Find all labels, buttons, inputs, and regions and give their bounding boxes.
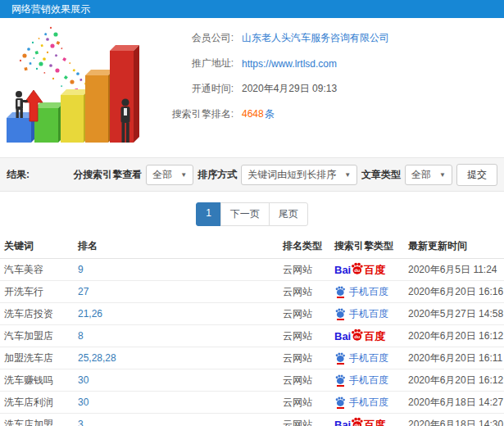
engine-cell: Baidu百度 bbox=[330, 261, 404, 278]
keyword-cell: 洗车店投资 bbox=[0, 307, 74, 321]
rank-unit: 条 bbox=[265, 108, 275, 120]
rank-cell: 3 bbox=[74, 419, 279, 426]
baidu-paw-icon bbox=[334, 307, 346, 319]
rank-cell: 8 bbox=[74, 330, 279, 342]
bar-chart-illustration bbox=[0, 21, 152, 154]
updated-time-cell: 2020年6月18日 14:30 bbox=[404, 418, 504, 426]
rank-type-cell: 云网站 bbox=[279, 351, 330, 365]
chevron-down-icon: ▼ bbox=[344, 171, 351, 179]
open-time-value: 2020年4月29日 09:13 bbox=[242, 82, 337, 96]
engine-cell: 手机百度 bbox=[330, 307, 404, 321]
table-row: 洗车赚钱吗30云网站手机百度2020年6月20日 16:12 bbox=[0, 369, 504, 392]
baidu-paw-icon: du bbox=[350, 261, 364, 275]
baidu-paw-icon bbox=[334, 351, 346, 363]
paw-underline bbox=[337, 297, 344, 298]
sort-select[interactable]: 关键词由短到长排序 ▼ bbox=[241, 165, 357, 185]
rank-type-cell: 云网站 bbox=[279, 285, 330, 299]
engine-cell: Baidu百度 bbox=[330, 328, 404, 344]
rank-cell: 30 bbox=[74, 397, 279, 408]
rank-type-cell: 云网站 bbox=[279, 396, 330, 410]
rank-cell: 25,28,28 bbox=[74, 352, 279, 364]
info-section: 会员公司: 山东老人头汽车服务咨询有限公司 推广地址: https://www.… bbox=[0, 18, 504, 157]
info-list: 会员公司: 山东老人头汽车服务咨询有限公司 推广地址: https://www.… bbox=[152, 18, 504, 157]
baidu-logo: Baidu百度 bbox=[334, 328, 385, 344]
promo-url-link[interactable]: https://www.lrtlsd.com bbox=[242, 58, 337, 70]
filter-bar: 结果: 分搜索引擎查看 全部 ▼ 排序方式 关键词由短到长排序 ▼ 文章类型 全… bbox=[0, 157, 504, 192]
engine-filter-select[interactable]: 全部 ▼ bbox=[146, 165, 193, 185]
baidu-paw-icon bbox=[334, 396, 346, 407]
svg-text:du: du bbox=[355, 423, 361, 426]
result-label: 结果: bbox=[7, 168, 30, 182]
info-row-open-time: 开通时间: 2020年4月29日 09:13 bbox=[152, 82, 504, 96]
keyword-cell: 洗车赚钱吗 bbox=[0, 374, 74, 387]
rank-cell: 9 bbox=[74, 264, 279, 275]
keyword-cell: 汽车加盟店 bbox=[0, 329, 74, 343]
page-link[interactable]: 尾页 bbox=[269, 202, 308, 226]
rank-type-cell: 云网站 bbox=[279, 374, 330, 387]
info-row-member: 会员公司: 山东老人头汽车服务咨询有限公司 bbox=[152, 31, 504, 45]
table-header: 关键词排名排名类型搜索引擎类型最新更新时间 bbox=[0, 233, 504, 259]
baidu-mobile-logo: 手机百度 bbox=[334, 396, 388, 409]
engine-cell: Baidu百度 bbox=[330, 416, 404, 426]
article-type-select[interactable]: 全部 ▼ bbox=[405, 165, 452, 185]
paw-underline bbox=[337, 385, 344, 387]
rank-type-cell: 云网站 bbox=[279, 418, 330, 426]
submit-button[interactable]: 提交 bbox=[456, 164, 497, 186]
engine-cell: 手机百度 bbox=[330, 374, 404, 387]
pagination: 1下一页尾页 bbox=[0, 202, 504, 226]
baidu-logo: Baidu百度 bbox=[334, 261, 385, 278]
open-time-label: 开通时间: bbox=[152, 82, 234, 96]
table-row: 汽车加盟店8云网站Baidu百度2020年6月20日 16:12 bbox=[0, 325, 504, 347]
keyword-cell: 加盟洗车店 bbox=[0, 351, 74, 365]
sort-label: 排序方式 bbox=[198, 168, 237, 182]
chevron-down-icon: ▼ bbox=[180, 171, 187, 179]
table-row: 汽车美容9云网站Baidu百度2020年6月5日 11:24 bbox=[0, 259, 504, 281]
updated-time-cell: 2020年6月20日 16:12 bbox=[404, 329, 504, 343]
rank-type-cell: 云网站 bbox=[279, 263, 330, 277]
updated-time-cell: 2020年6月20日 16:11 bbox=[404, 351, 504, 365]
engine-cell: 手机百度 bbox=[330, 396, 404, 410]
member-company-link[interactable]: 山东老人头汽车服务咨询有限公司 bbox=[242, 31, 389, 45]
updated-time-cell: 2020年6月18日 14:27 bbox=[404, 396, 504, 410]
engine-cell: 手机百度 bbox=[330, 285, 404, 299]
table-row: 洗车店利润30云网站手机百度2020年6月18日 14:27 bbox=[0, 392, 504, 414]
rank-cell: 27 bbox=[74, 286, 279, 297]
column-header: 最新更新时间 bbox=[404, 239, 504, 253]
member-label: 会员公司: bbox=[152, 31, 234, 45]
page-title: 网络营销效果展示 bbox=[11, 2, 90, 16]
info-row-url: 推广地址: https://www.lrtlsd.com bbox=[152, 57, 504, 70]
engine-filter-value: 全部 bbox=[152, 168, 172, 182]
table-row: 加盟洗车店25,28,28云网站手机百度2020年6月20日 16:11 bbox=[0, 347, 504, 369]
paw-underline bbox=[337, 407, 344, 409]
paw-underline bbox=[337, 319, 344, 320]
rank-cell: 21,26 bbox=[74, 308, 279, 320]
column-header: 关键词 bbox=[0, 239, 74, 253]
baidu-mobile-logo: 手机百度 bbox=[334, 374, 388, 387]
chevron-down-icon: ▼ bbox=[439, 171, 446, 179]
baidu-logo: Baidu百度 bbox=[334, 416, 385, 426]
baidu-paw-icon: du bbox=[350, 328, 364, 342]
table-row: 洗车店投资21,26云网站手机百度2020年5月27日 14:58 bbox=[0, 303, 504, 325]
engine-rank-value: 4648条 bbox=[242, 107, 275, 121]
confetti-group bbox=[20, 27, 88, 92]
info-row-rank: 搜索引擎排名: 4648条 bbox=[152, 107, 504, 121]
rank-cell: 30 bbox=[74, 374, 279, 386]
baidu-mobile-logo: 手机百度 bbox=[334, 285, 388, 298]
rank-count: 4648 bbox=[242, 108, 264, 120]
article-type-label: 文章类型 bbox=[361, 168, 401, 182]
page-link[interactable]: 下一页 bbox=[220, 202, 270, 226]
promo-url-label: 推广地址: bbox=[152, 57, 234, 70]
engine-filter-label: 分搜索引擎查看 bbox=[73, 168, 142, 182]
svg-text:du: du bbox=[355, 268, 361, 273]
svg-text:du: du bbox=[355, 334, 361, 339]
baidu-paw-icon bbox=[334, 285, 346, 297]
page-header: 网络营销效果展示 bbox=[0, 0, 504, 18]
page-current[interactable]: 1 bbox=[196, 202, 221, 226]
table-row: 洗车店加盟3云网站Baidu百度2020年6月18日 14:30 bbox=[0, 414, 504, 426]
keyword-cell: 开洗车行 bbox=[0, 285, 74, 299]
baidu-paw-icon: du bbox=[350, 416, 364, 426]
article-type-value: 全部 bbox=[411, 168, 431, 182]
keyword-cell: 洗车店利润 bbox=[0, 396, 74, 410]
baidu-mobile-logo: 手机百度 bbox=[334, 351, 388, 365]
updated-time-cell: 2020年5月27日 14:58 bbox=[404, 307, 504, 321]
